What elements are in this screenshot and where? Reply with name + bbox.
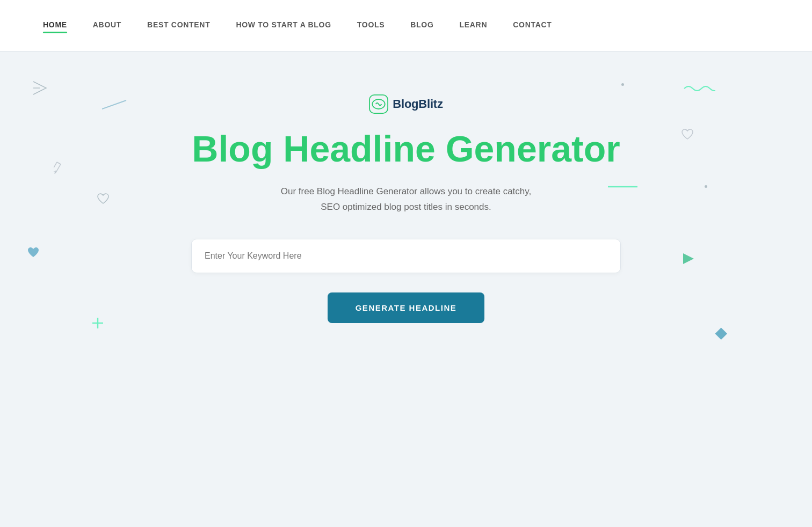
nav-item-blog[interactable]: BLOG [410, 20, 433, 31]
nav-item-about[interactable]: ABOUT [93, 20, 121, 31]
svg-rect-10 [715, 327, 727, 340]
nav-item-how-to-start[interactable]: HOW TO START A BLOG [236, 20, 331, 31]
subtitle-text: Our free Blog Headline Generator allows … [281, 184, 531, 215]
page-heading: Blog Headline Generator [192, 129, 620, 169]
generate-headline-button[interactable]: GENERATE HEADLINE [328, 292, 485, 323]
keyword-input[interactable] [191, 239, 621, 273]
nav-item-best-content[interactable]: BEST CONTENT [147, 20, 210, 31]
nav-item-home[interactable]: HOME [43, 20, 67, 31]
logo-area: BlogBlitz [369, 94, 443, 114]
main-content: BlogBlitz Blog Headline Generator Our fr… [0, 52, 812, 323]
nav-item-tools[interactable]: TOOLS [357, 20, 385, 31]
nav-item-learn[interactable]: LEARN [460, 20, 488, 31]
nav-item-contact[interactable]: CONTACT [513, 20, 552, 31]
blogblitz-logo-icon [369, 94, 388, 114]
navbar: HOME ABOUT BEST CONTENT HOW TO START A B… [0, 0, 812, 52]
diamond-icon-br [711, 325, 730, 344]
logo-text: BlogBlitz [393, 97, 443, 111]
